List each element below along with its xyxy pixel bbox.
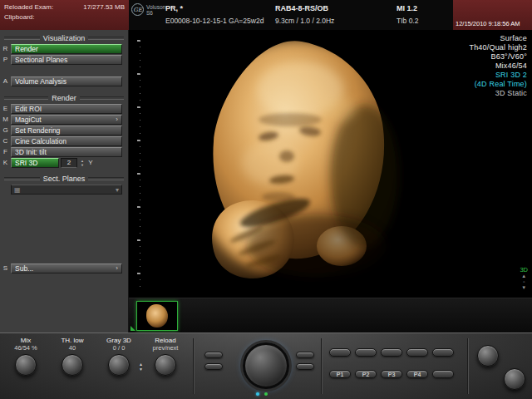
function-button-4[interactable] [406,348,428,357]
probe-info: RAB4-8-RS/OB 9.3cm / 1.0 / 2.0Hz [275,2,334,27]
mix-control-group: Mix 46/54 % [3,337,48,376]
sri-level-stepper[interactable]: ▲▼ [79,158,86,168]
hotkey-blank [2,185,9,195]
scroll-up-icon[interactable]: ▲ [520,273,528,279]
stepper-down-icon[interactable]: ▼ [79,163,86,167]
sidebar-row-set-rendering: G Set Rendering [2,126,122,135]
gray-3d-label: Gray 3D [96,337,141,344]
thumbnail-fetus-image [146,304,168,328]
chevron-down-icon: ▾ [116,186,119,194]
panel-divider [193,338,195,394]
sub-menu-button[interactable]: Sub... › [11,264,122,273]
hotkey-r: R [2,44,9,54]
scroll-down-icon[interactable]: ▼ [520,285,528,291]
hotkey-e: E [2,104,9,114]
ultrasound-display: Surface Th40/Qual high2 B63°/V60° Mix46/… [129,30,532,332]
hotkey-g: G [2,126,9,135]
magicut-button[interactable]: MagiCut › [11,115,122,125]
sidebar-row-sect-planes-select: ▦ ▾ [2,185,122,195]
p2-button[interactable]: P2 [355,370,377,378]
brand-block: GE Voluson S6 [131,3,165,16]
function-button-2[interactable] [355,348,377,357]
aux-button-right-2[interactable] [296,363,314,370]
depth-ruler [137,40,140,289]
gray-3d-knob[interactable] [108,354,130,376]
sidebar-row-edit-roi: E Edit ROI [2,104,122,114]
function-button-1[interactable] [329,348,351,357]
sidebar-row-volume-analysis: A Volume Analysis [2,76,122,86]
hotkey-p: P [2,55,9,65]
gray-3d-value: 0 / 0 [96,344,141,352]
exam-status-box: Reloaded Exam: 17/277.53 MB Clipboard: [0,0,129,30]
patient-info: PR, * E00008-10-12-15-1 GA=25w2d [165,2,264,27]
3d-init-tilt-button[interactable]: 3D Init: tilt [11,147,122,157]
reload-knob[interactable] [155,354,176,376]
ultrasound-ui: Reloaded Exam: 17/277.53 MB Clipboard: G… [0,0,532,399]
sect-planes-dropdown[interactable]: ▦ ▾ [11,185,122,195]
right-knob-2[interactable] [504,368,525,390]
annotation-mix: Mix46/54 [469,62,527,71]
annotation-sri: SRI 3D 2 [469,71,527,80]
sidebar-row-empty [2,66,122,76]
sidebar-row-magicut: M MagiCut › [2,115,122,125]
annotation-4d-realtime: (4D Real Time) [469,80,527,89]
section-title-visualization: Visualization [4,34,124,42]
thumbnail-selected[interactable] [136,301,178,331]
panel-divider [467,338,469,394]
hotkey-s: S [2,264,9,273]
3d-fetal-face-render [177,37,410,298]
render-mode-button[interactable]: Render [11,44,122,54]
frame-box-icon: ▫ [520,279,528,285]
p4-button[interactable]: P4 [406,370,428,378]
orientation-3d-label: 3D [520,266,528,273]
th-low-label: TH. low [50,337,95,344]
sidebar-row-sub: S Sub... › [2,264,122,273]
led-cyan [256,392,259,396]
display-nav-icons: 3D ▲ ▫ ▼ [520,266,528,291]
annotation-angles: B63°/V60° [469,52,527,62]
reloaded-exam-label: Reloaded Exam: [4,2,53,12]
submenu-arrow-icon: › [116,116,118,124]
threshold-control-group: TH. low 40 [50,337,95,376]
p3-button[interactable]: P3 [381,370,402,378]
clipboard-thumbnail-strip [129,298,532,332]
aux-button-right-1[interactable] [296,352,314,358]
sri-level-value[interactable]: 2 [61,158,77,168]
sectional-planes-button[interactable]: Sectional Planes [11,55,122,65]
sidebar-row-render-mode: R Render [2,44,122,54]
edit-roi-button[interactable]: Edit ROI [11,104,122,114]
reload-label: Reload [143,337,188,344]
cine-calculation-button[interactable]: Cine Calculation [11,136,122,146]
hotkey-k: K [2,158,9,168]
set-rendering-button[interactable]: Set Rendering [11,126,122,135]
function-button-5[interactable] [432,370,454,378]
mix-knob[interactable] [15,354,37,376]
p1-button[interactable]: P1 [329,370,351,378]
reload-control-group: Reload prev/next [143,337,188,376]
tib-value: TIb 0.2 [397,15,418,27]
aux-button-left-1[interactable] [204,352,223,358]
annotation-3d-static: 3D Static [469,89,527,98]
ge-logo-icon: GE [131,3,144,16]
function-button-3[interactable] [381,348,402,357]
right-knob-1[interactable] [477,345,499,367]
volume-analysis-button[interactable]: Volume Analysis [11,76,122,86]
hotkey-c: C [2,136,9,146]
exam-id: E00008-10-12-15-1 GA=25w2d [165,15,264,27]
sri-3d-button[interactable]: SRI 3D [11,158,59,168]
rec-button[interactable] [432,348,454,357]
led-green [264,392,268,396]
section-title-render: Render [4,94,124,102]
sidebar-row-3d-init: F 3D Init: tilt [2,147,122,157]
aux-button-left-2[interactable] [204,363,223,370]
th-low-knob[interactable] [62,354,83,376]
clipboard-label: Clipboard: [4,12,34,22]
sidebar-row-sri-3d: K SRI 3D 2 ▲▼ Y [2,158,122,168]
output-indices: MI 1.2 TIb 0.2 [397,2,418,27]
trackball[interactable] [243,342,289,389]
submenu-arrow-icon: › [116,264,118,273]
sri-axis-label: Y [87,158,94,168]
section-title-sect-planes: Sect. Planes [4,175,124,183]
reload-value: prev/next [143,344,188,352]
probe-name: RAB4-8-RS/OB [275,2,334,15]
